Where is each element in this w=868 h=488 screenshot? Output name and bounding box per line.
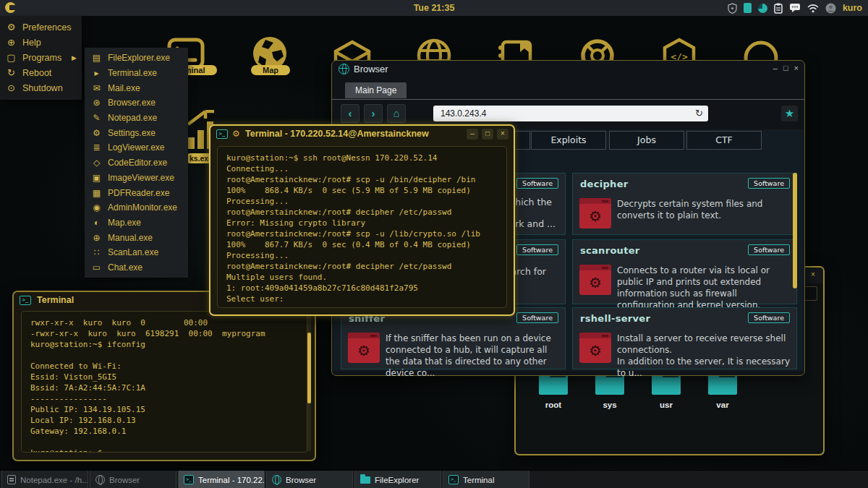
- programs-menu-item[interactable]: ◐ Map.exe: [85, 215, 188, 231]
- terminal-line: Public IP: 134.19.105.15: [30, 404, 298, 415]
- menu-item-reboot[interactable]: ↻ Reboot: [0, 65, 82, 80]
- terminal-line: root@Amerstaincknew:/root# decipher /etc…: [226, 207, 498, 218]
- software-card-sniffer[interactable]: sniffer Software ⚙ If the sniffer has be…: [341, 307, 566, 369]
- reboot-icon: ↻: [6, 67, 17, 78]
- menu-item-preferences[interactable]: ⚙ Preferences: [0, 20, 82, 35]
- taskbar-item-label: Notepad.exe - /h...: [20, 476, 88, 484]
- wifi-icon: [807, 4, 819, 13]
- browser-titlebar[interactable]: Browser – □ ×: [332, 61, 804, 78]
- programs-menu-item[interactable]: ▣ ImageViewer.exe: [85, 171, 188, 186]
- programs-menu-item[interactable]: ⊛ Browser.exe: [85, 95, 188, 111]
- software-card-scanrouter[interactable]: scanrouter Software ⚙ Connects to a rout…: [572, 239, 797, 304]
- close-icon[interactable]: ×: [497, 129, 509, 140]
- close-icon[interactable]: ×: [807, 270, 819, 281]
- address-bar[interactable]: 143.0.243.4 ↻: [433, 106, 708, 121]
- software-badge: Software: [516, 244, 558, 255]
- avatar-icon[interactable]: [825, 3, 836, 14]
- programs-menu-item[interactable]: ◉ AdminMonitor.exe: [85, 200, 188, 215]
- software-card-decipher[interactable]: decipher Software ⚙ Decrypts certain sys…: [572, 173, 797, 235]
- menu-item-label: Shutdown: [22, 83, 63, 93]
- program-label: Mail.exe: [108, 83, 140, 93]
- menu-item-label: Programs: [22, 53, 61, 63]
- taskbar-item-browser-2[interactable]: Browser: [266, 471, 353, 488]
- terminal-line: Connecting...: [226, 163, 498, 174]
- battery-icon: [744, 3, 752, 13]
- segment-tab-exploits[interactable]: Exploits: [531, 131, 606, 150]
- terminal-titlebar[interactable]: >_ ⚙ Terminal - 170.220.52.14@Amerstainc…: [210, 126, 514, 143]
- segment-tab-ctf[interactable]: CTF: [686, 131, 762, 150]
- terminal-icon: >_: [184, 475, 194, 484]
- terminal-line: kuro@station:~$: [30, 448, 298, 453]
- terminal-line: [30, 350, 298, 361]
- browser-title: Browser: [354, 64, 388, 74]
- taskbar-item-fileexplorer[interactable]: FileExplorer: [354, 471, 441, 488]
- terminal-line: root@Amerstaincknew:/root# scp -u /bin/d…: [226, 174, 498, 185]
- submenu-arrow-icon: ▶: [72, 54, 77, 61]
- programs-menu-item[interactable]: ⚙ Settings.exe: [85, 125, 188, 140]
- card-description: Install a server to receive reverse shel…: [617, 333, 791, 379]
- program-app-icon: ▣: [91, 173, 102, 183]
- terminal-output[interactable]: rwxr-xr-x kuro kuro 0 00:00-rwxr-xr-x ku…: [21, 311, 307, 453]
- taskbar-item-notepad[interactable]: Notepad.exe - /h...: [1, 471, 88, 488]
- programs-menu-item[interactable]: ✎ Notepad.exe: [85, 111, 188, 126]
- browser-tab-main-page[interactable]: Main Page: [345, 82, 407, 98]
- forward-button[interactable]: ›: [364, 104, 383, 123]
- program-label: Map.exe: [108, 218, 141, 228]
- program-app-icon: ∷: [91, 247, 102, 257]
- gear-icon: ⚙: [232, 129, 240, 139]
- segment-tab-jobs[interactable]: Jobs: [609, 131, 684, 150]
- taskbar-item-terminal-remote[interactable]: >_ Terminal - 170.22...: [178, 471, 265, 488]
- program-label: Manual.exe: [108, 233, 153, 243]
- minimize-button[interactable]: –: [773, 64, 778, 72]
- card-text-fragment: hich the: [515, 197, 552, 207]
- taskbar: Notepad.exe - /h... Browser >_ Terminal …: [0, 470, 868, 488]
- menu-item-help[interactable]: ⊕ Help: [0, 35, 82, 50]
- minimize-button[interactable]: –: [467, 129, 478, 140]
- program-label: LogViewer.exe: [108, 142, 165, 153]
- programs-menu-item[interactable]: ▤ FileExplorer.exe: [85, 51, 188, 66]
- menu-item-label: Preferences: [22, 22, 71, 33]
- username[interactable]: kuro: [843, 3, 862, 13]
- top-bar: Tue 21:35: [0, 0, 868, 16]
- program-app-icon: ✎: [91, 113, 102, 123]
- program-app-icon: ◇: [91, 158, 102, 168]
- programs-menu-item[interactable]: ≣ LogViewer.exe: [85, 140, 188, 155]
- back-button[interactable]: ‹: [341, 104, 359, 123]
- terminal-output[interactable]: kuro@station:~$ ssh root@Nessn 170.220.5…: [217, 146, 507, 308]
- menu-item-shutdown[interactable]: ⊙ Shutdown: [0, 80, 82, 95]
- programs-menu-item[interactable]: ◇ CodeEditor.exe: [85, 155, 188, 171]
- address-text: 143.0.243.4: [441, 108, 486, 119]
- taskbar-item-browser-1[interactable]: Browser: [90, 471, 176, 488]
- programs-submenu: ▤ FileExplorer.exe ▸ Terminal.exe ✉ Mail…: [85, 48, 188, 278]
- programs-menu-item[interactable]: ∷ ScanLan.exe: [85, 245, 188, 260]
- close-icon[interactable]: ×: [794, 64, 799, 72]
- programs-menu-item[interactable]: ✉ Mail.exe: [85, 80, 188, 95]
- taskbar-item-terminal-local[interactable]: >_ Terminal: [443, 471, 529, 488]
- maximize-button[interactable]: □: [482, 129, 493, 140]
- software-badge: Software: [748, 312, 790, 323]
- programs-menu-item[interactable]: ▸ Terminal.exe: [85, 66, 188, 81]
- program-app-icon: ▤: [91, 53, 102, 63]
- card-title: decipher: [580, 179, 628, 189]
- browser-scrollbar[interactable]: [793, 173, 797, 288]
- programs-menu-item[interactable]: ▦ PDFReader.exe: [85, 185, 188, 200]
- terminal-line: Processing...: [226, 250, 498, 261]
- clipboard-icon: [774, 3, 783, 14]
- terminal-line: 100% 867.7 KB/s 0 sec (0.4 MB of 0.4 MB …: [226, 239, 498, 250]
- scrollbar-thumb[interactable]: [307, 333, 311, 403]
- folder-icon: [360, 476, 370, 484]
- terminal-line: 1: root:409a041459a8b27c716c80d481f2a795: [226, 283, 498, 294]
- terminal-line: rwxr-xr-x kuro kuro 0 00:00: [30, 317, 298, 328]
- programs-menu-item[interactable]: ▭ Chat.exe: [85, 260, 188, 275]
- program-label: Browser.exe: [108, 98, 156, 108]
- maximize-button[interactable]: □: [783, 64, 788, 72]
- terminal-line: Error: Missing crypto library: [226, 218, 498, 228]
- programs-menu-item[interactable]: ⊕ Manual.exe: [85, 230, 188, 245]
- terminal-line: Multiple users found.: [226, 272, 498, 283]
- software-card-rshell-server[interactable]: rshell-server Software ⚙ Install a serve…: [572, 307, 797, 369]
- bookmark-button[interactable]: ★: [781, 106, 798, 121]
- home-button[interactable]: ⌂: [387, 104, 406, 123]
- menu-item-programs[interactable]: ▢ Programs ▶: [0, 50, 82, 65]
- terminal-line: Essid: Viston_5GI5: [30, 372, 298, 382]
- refresh-icon[interactable]: ↻: [695, 106, 703, 121]
